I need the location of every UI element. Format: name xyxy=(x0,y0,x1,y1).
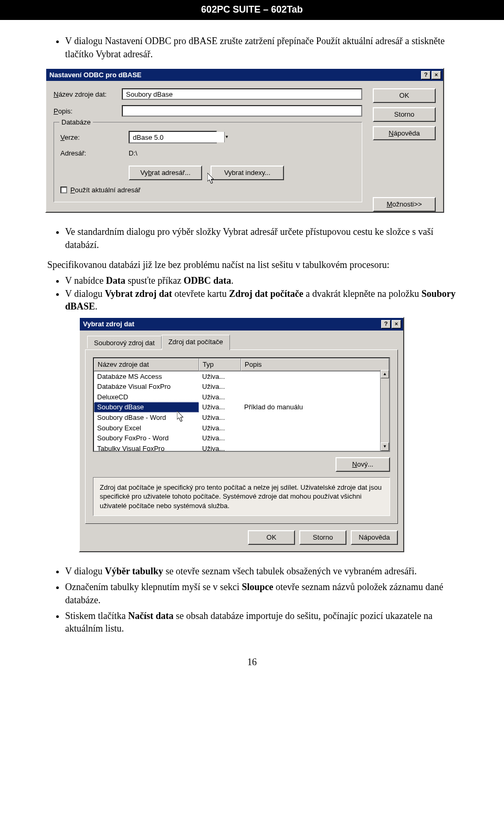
page-header: 602PC SUITE – 602Tab xyxy=(0,0,504,20)
list-item[interactable]: Tabulky Visual FoxProUživa... xyxy=(94,443,389,452)
cancel-button[interactable]: Storno xyxy=(373,107,436,122)
label-directory: Adresář: xyxy=(60,149,129,158)
help-button[interactable]: Nápověda xyxy=(373,126,436,141)
label-desc: Popis: xyxy=(54,107,122,116)
mid-paragraph: Specifikovanou databázi již lze bez prob… xyxy=(47,259,457,271)
select-data-source-dialog: Vybrat zdroj dat ? × Souborový zdroj dat… xyxy=(79,317,404,552)
label-version: Verze: xyxy=(60,133,129,142)
close-icon[interactable]: × xyxy=(432,71,441,79)
footer-item-2: Označením tabulky klepnutím myší se v se… xyxy=(65,581,457,606)
dialog2-title: Vybrat zdroj dat xyxy=(83,319,134,329)
list-item[interactable]: Soubory ExcelUživa... xyxy=(94,423,389,434)
list-item[interactable]: Databáze MS AccessUživa... xyxy=(94,371,389,382)
page-number: 16 xyxy=(47,656,457,668)
tab-machine-source[interactable]: Zdroj dat počítače xyxy=(162,335,230,350)
checkbox-icon[interactable] xyxy=(60,187,67,193)
groupbox-legend: Databáze xyxy=(59,118,93,127)
checkbox-label: Použít aktuální adresář xyxy=(70,185,141,195)
close-icon[interactable]: × xyxy=(392,320,401,328)
dialog1-titlebar[interactable]: Nastavení ODBC pro dBASE ? × xyxy=(46,69,443,81)
dialog2-titlebar[interactable]: Vybrat zdroj dat ? × xyxy=(80,318,403,331)
footer-item-1: V dialogu Výběr tabulky se otevře seznam… xyxy=(65,565,457,577)
help-button[interactable]: Nápověda xyxy=(351,530,398,545)
list-item[interactable]: Databáze Visual FoxProUživa... xyxy=(94,381,389,392)
mid-item-2: V nabídce Data spusťte příkaz ODBC data. xyxy=(65,274,457,287)
footer-list: V dialogu Výběr tabulky se otevře seznam… xyxy=(47,565,457,635)
list-item[interactable]: Soubory FoxPro - WordUživa... xyxy=(94,433,389,443)
new-button[interactable]: Nový... xyxy=(335,457,390,472)
cursor-icon xyxy=(177,411,185,422)
column-desc[interactable]: Popis xyxy=(241,358,389,371)
use-current-dir-checkbox[interactable]: Použít aktuální adresář xyxy=(60,185,141,195)
data-source-list[interactable]: Název zdroje dat Typ Popis Databáze MS A… xyxy=(93,357,390,452)
mid-item-1: Ve standardním dialogu pro výběr složky … xyxy=(65,225,457,251)
mid-list-2: V nabídce Data spusťte příkaz ODBC data.… xyxy=(47,274,457,313)
chevron-down-icon[interactable] xyxy=(224,132,229,142)
cursor-icon xyxy=(207,173,216,184)
dsn-input[interactable] xyxy=(122,88,362,100)
directory-value: D:\ xyxy=(129,149,138,158)
cancel-button[interactable]: Storno xyxy=(299,530,346,545)
dialog1-title: Nastavení ODBC pro dBASE xyxy=(49,70,142,80)
intro-item: V dialogu Nastavení ODBC pro dBASE zrušt… xyxy=(65,35,457,60)
desc-input[interactable] xyxy=(122,105,362,117)
tab-file-source[interactable]: Souborový zdroj dat xyxy=(87,336,162,348)
options-button[interactable]: Možnosti>> xyxy=(373,197,436,212)
list-item[interactable]: DeluxeCDUživa... xyxy=(94,392,389,402)
tab-panel: Název zdroje dat Typ Popis Databáze MS A… xyxy=(85,349,398,524)
scrollbar[interactable]: ▲ ▼ xyxy=(380,370,389,451)
version-combo[interactable] xyxy=(129,131,217,143)
version-value[interactable] xyxy=(130,132,224,142)
column-type[interactable]: Typ xyxy=(199,358,241,371)
intro-list: V dialogu Nastavení ODBC pro dBASE zrušt… xyxy=(47,35,457,60)
column-name[interactable]: Název zdroje dat xyxy=(94,358,199,371)
help-icon[interactable]: ? xyxy=(381,320,391,328)
select-indexes-button[interactable]: Vybrat indexy... xyxy=(211,166,284,180)
select-directory-button[interactable]: Vybrat adresář... xyxy=(129,166,202,180)
scroll-up-icon[interactable]: ▲ xyxy=(381,370,389,378)
help-icon[interactable]: ? xyxy=(421,71,430,79)
ok-button[interactable]: OK xyxy=(248,530,295,545)
label-dsn: Název zdroje dat: xyxy=(54,90,122,99)
description-panel: Zdroj dat počítače je specifický pro ten… xyxy=(93,477,390,517)
scroll-down-icon[interactable]: ▼ xyxy=(381,442,389,451)
odbc-settings-dialog: Nastavení ODBC pro dBASE ? × OK Storno N… xyxy=(45,68,444,213)
database-groupbox: Databáze Verze: Adresář: D:\ Vybrat adre… xyxy=(54,122,362,202)
list-item[interactable]: Soubory dBaseUživa...Příklad do manuálu xyxy=(94,402,389,412)
footer-item-3: Stiskem tlačítka Načíst data se obsah da… xyxy=(65,610,457,635)
ok-button[interactable]: OK xyxy=(373,88,436,103)
mid-list-1: Ve standardním dialogu pro výběr složky … xyxy=(47,225,457,251)
list-item[interactable]: Soubory dBase - WordUživa... xyxy=(94,412,389,423)
mid-item-3: V dialogu Vybrat zdroj dat otevřete kart… xyxy=(65,287,457,313)
